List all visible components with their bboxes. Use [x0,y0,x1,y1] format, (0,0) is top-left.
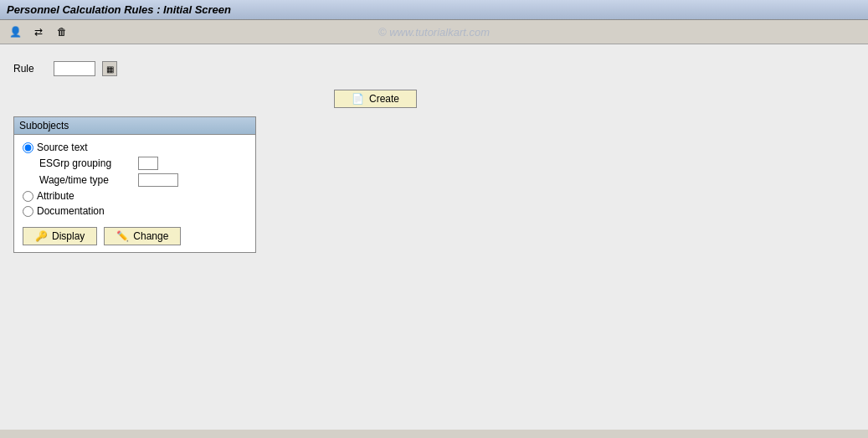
rule-label: Rule [13,63,47,75]
create-doc-icon: 📄 [352,93,364,105]
rule-row: Rule ▦ [13,61,855,76]
person-icon[interactable]: 👤 [7,23,23,40]
toolbar: 👤 ⇄ 🗑 © www.tutorialkart.com [0,20,868,44]
radio-attribute: Attribute [23,190,247,202]
radio-documentation: Documentation [23,205,247,217]
display-button[interactable]: 🔑 Display [23,227,97,245]
change-button[interactable]: ✏️ Change [104,227,181,245]
watermark: © www.tutorialkart.com [378,26,490,39]
attribute-label: Attribute [37,190,74,202]
radio-source-text: Source text [23,142,247,153]
wagetime-input[interactable] [138,173,178,187]
attribute-radio[interactable] [23,191,33,202]
title-bar: Personnel Calculation Rules : Initial Sc… [0,0,868,20]
display-icon: 🔑 [35,230,48,242]
browse-icon: ▦ [106,64,114,74]
subobjects-header: Subobjects [14,117,255,135]
trash-icon[interactable]: 🗑 [54,23,70,40]
esgrp-row: ESGrp grouping [39,157,247,170]
source-text-label: Source text [37,142,88,153]
bottom-buttons: 🔑 Display ✏️ Change [23,227,247,245]
arrows-icon[interactable]: ⇄ [30,23,47,40]
documentation-radio[interactable] [23,206,33,217]
display-label: Display [52,230,85,242]
esgrp-input[interactable] [138,157,158,170]
create-button[interactable]: 📄 Create [334,90,417,108]
documentation-label: Documentation [37,205,105,217]
main-content: Rule ▦ 📄 Create Subobjects Source text E… [0,44,868,430]
create-row: 📄 Create [0,90,855,108]
create-label: Create [369,93,399,105]
source-text-radio[interactable] [23,142,33,153]
subobjects-body: Source text ESGrp grouping Wage/time typ… [14,135,255,252]
source-text-subitems: ESGrp grouping Wage/time type [39,157,247,187]
change-icon: ✏️ [116,230,129,242]
rule-input[interactable] [54,61,95,76]
subobjects-panel: Subobjects Source text ESGrp grouping Wa… [13,116,256,253]
title-text: Personnel Calculation Rules : Initial Sc… [7,3,231,16]
wagetime-label: Wage/time type [39,174,131,186]
rule-browse-button[interactable]: ▦ [102,61,117,76]
esgrp-label: ESGrp grouping [39,157,131,169]
wagetime-row: Wage/time type [39,173,247,187]
change-label: Change [133,230,168,242]
